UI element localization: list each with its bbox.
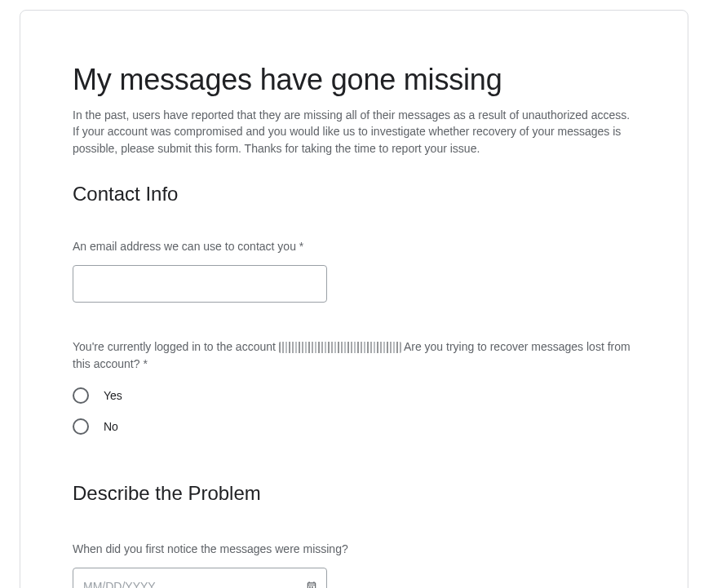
- account-question-label: You're currently logged in to the accoun…: [73, 338, 635, 373]
- account-radio-group: Yes No: [73, 387, 635, 435]
- describe-section-title: Describe the Problem: [73, 482, 635, 505]
- contact-section-title: Contact Info: [73, 183, 635, 206]
- radio-circle-icon: [73, 418, 89, 435]
- form-card: My messages have gone missing In the pas…: [20, 10, 688, 588]
- page-title: My messages have gone missing: [73, 63, 635, 97]
- intro-text: In the past, users have reported that th…: [73, 107, 635, 157]
- obscured-account-text: [279, 342, 401, 353]
- account-question-prefix: You're currently logged in to the accoun…: [73, 340, 279, 353]
- radio-label-yes: Yes: [104, 389, 122, 402]
- email-label: An email address we can use to contact y…: [73, 238, 635, 255]
- radio-label-no: No: [104, 420, 118, 433]
- describe-section: Describe the Problem When did you first …: [73, 482, 635, 588]
- email-field-block: An email address we can use to contact y…: [73, 238, 635, 303]
- date-input-wrapper: [73, 568, 327, 588]
- radio-option-yes[interactable]: Yes: [73, 387, 635, 404]
- email-input[interactable]: [73, 265, 327, 303]
- date-field-block: When did you first notice the messages w…: [73, 541, 635, 588]
- date-label: When did you first notice the messages w…: [73, 541, 635, 558]
- date-input[interactable]: [73, 568, 327, 588]
- radio-option-no[interactable]: No: [73, 418, 635, 435]
- radio-circle-icon: [73, 387, 89, 404]
- account-question-block: You're currently logged in to the accoun…: [73, 338, 635, 435]
